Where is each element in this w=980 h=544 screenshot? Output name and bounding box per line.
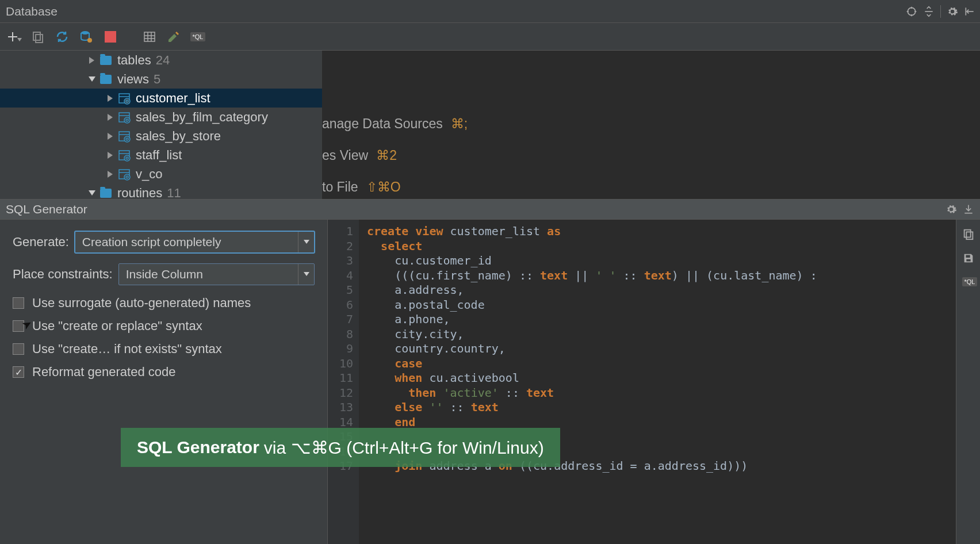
chevron-right-icon[interactable] xyxy=(106,152,115,159)
tree-item-label: routines xyxy=(117,186,162,200)
tree-item-label: sales_by_store xyxy=(136,129,221,144)
duplicate-icon[interactable] xyxy=(30,29,46,45)
svg-marker-47 xyxy=(89,190,95,196)
svg-point-25 xyxy=(124,98,130,104)
svg-rect-52 xyxy=(964,230,970,237)
export-icon[interactable] xyxy=(963,204,974,215)
svg-rect-15 xyxy=(144,32,155,41)
svg-marker-20 xyxy=(89,57,94,64)
view-icon xyxy=(117,150,131,161)
svg-point-40 xyxy=(124,155,130,161)
chevron-right-icon[interactable] xyxy=(106,95,115,102)
datasource-icon[interactable] xyxy=(78,29,94,45)
folder-icon xyxy=(99,55,113,66)
if-not-exists-checkbox[interactable]: Use "create… if not exists" syntax xyxy=(13,342,315,357)
save-icon[interactable] xyxy=(962,252,975,265)
svg-marker-42 xyxy=(108,171,113,178)
svg-point-13 xyxy=(81,31,89,35)
svg-point-30 xyxy=(124,117,130,123)
collapse-icon[interactable] xyxy=(923,6,935,17)
tree-item-count: 11 xyxy=(167,186,181,200)
svg-point-14 xyxy=(87,38,92,43)
view-icon xyxy=(117,112,131,123)
ql-icon[interactable]: *QL xyxy=(962,276,975,289)
svg-point-0 xyxy=(908,7,915,15)
database-toolbar: *QL xyxy=(0,23,980,51)
hide-icon[interactable] xyxy=(964,6,975,17)
generate-label: Generate: xyxy=(13,235,69,250)
banner-text: via ⌥⌘G (Ctrl+Alt+G for Win/Linux) xyxy=(264,438,544,458)
hint-row: anage Data Sources⌘; xyxy=(322,116,980,132)
chevron-right-icon[interactable] xyxy=(106,133,115,140)
hint-row: es View⌘2 xyxy=(322,148,980,163)
constraints-label: Place constraints: xyxy=(13,267,113,282)
tree-item-label: customer_list xyxy=(136,91,210,106)
add-icon[interactable] xyxy=(6,29,22,45)
sql-generator-options: Generate: Creation script completely Pla… xyxy=(0,220,328,544)
generate-select[interactable]: Creation script completely xyxy=(75,231,315,253)
svg-rect-11 xyxy=(33,32,40,40)
panel-title: Database xyxy=(5,5,906,18)
keyboard-shortcut: ⇧⌘O xyxy=(366,179,401,195)
generate-select-value: Creation script completely xyxy=(82,235,221,249)
sql-preview: 1234567891011121314151617 create view cu… xyxy=(328,220,980,544)
refresh-icon[interactable] xyxy=(54,29,70,45)
tree-item-label: tables xyxy=(117,53,151,68)
tree-item-label: staff_list xyxy=(136,148,182,163)
chevron-right-icon[interactable] xyxy=(87,57,97,64)
tree-item-label: views xyxy=(117,72,149,87)
database-panel-header: Database xyxy=(0,0,980,23)
svg-marker-21 xyxy=(89,76,95,82)
svg-rect-12 xyxy=(36,35,43,43)
keyboard-shortcut: ⌘2 xyxy=(376,148,397,163)
svg-rect-53 xyxy=(966,232,973,239)
constraints-select[interactable]: Inside Column xyxy=(118,263,315,285)
ql-icon[interactable]: *QL xyxy=(190,29,206,45)
svg-marker-32 xyxy=(108,133,113,140)
svg-marker-10 xyxy=(17,38,22,41)
hint-row: to File⇧⌘O xyxy=(322,179,980,195)
hints-panel: anage Data Sources⌘;es View⌘2to File⇧⌘O xyxy=(322,51,980,199)
table-icon[interactable] xyxy=(141,29,158,45)
surrogate-names-checkbox[interactable]: Use surrogate (auto-generated) names xyxy=(13,296,315,311)
svg-point-35 xyxy=(124,136,130,142)
svg-point-45 xyxy=(124,174,130,180)
chevron-down-icon xyxy=(298,232,314,252)
view-icon xyxy=(117,131,131,142)
editor-gutter: 1234567891011121314151617 xyxy=(328,220,359,544)
sql-generator-header: SQL Generator xyxy=(0,199,980,220)
svg-marker-22 xyxy=(108,95,113,102)
chevron-right-icon[interactable] xyxy=(106,114,115,121)
folder-icon xyxy=(99,187,113,199)
copy-icon[interactable] xyxy=(962,228,975,240)
stop-icon[interactable] xyxy=(102,29,118,45)
sql-generator-title: SQL Generator xyxy=(6,202,945,216)
tree-item-label: v_co xyxy=(136,167,162,182)
view-icon xyxy=(117,93,131,104)
add-target-icon[interactable] xyxy=(906,6,917,17)
tree-item-label: sales_by_film_category xyxy=(136,110,268,125)
tree-item-count: 5 xyxy=(154,72,160,87)
editor-code[interactable]: create view customer_list as select cu.c… xyxy=(359,220,956,544)
create-or-replace-checkbox[interactable]: Use "create or replace" syntax xyxy=(13,319,315,334)
chevron-down-icon[interactable] xyxy=(87,190,97,196)
chevron-right-icon[interactable] xyxy=(106,171,115,178)
chevron-down-icon xyxy=(298,264,314,285)
svg-marker-51 xyxy=(304,272,309,276)
chevron-down-icon[interactable] xyxy=(87,76,97,82)
constraints-select-value: Inside Column xyxy=(126,267,203,281)
gear-icon[interactable] xyxy=(947,6,958,17)
tip-banner: SQL Generator via ⌥⌘G (Ctrl+Alt+G for Wi… xyxy=(121,428,560,467)
keyboard-shortcut: ⌘; xyxy=(451,116,468,132)
svg-marker-27 xyxy=(108,114,113,121)
tree-item-count: 24 xyxy=(156,53,170,68)
svg-marker-37 xyxy=(108,152,113,159)
banner-bold: SQL Generator xyxy=(137,438,259,457)
gear-icon[interactable] xyxy=(945,204,957,215)
view-icon xyxy=(117,168,131,180)
reformat-code-checkbox[interactable]: Reformat generated code xyxy=(13,365,315,380)
editor-side-toolbar: *QL xyxy=(956,220,980,544)
edit-icon[interactable] xyxy=(166,29,182,45)
folder-icon xyxy=(99,74,113,85)
sql-generator-body: Generate: Creation script completely Pla… xyxy=(0,220,980,544)
